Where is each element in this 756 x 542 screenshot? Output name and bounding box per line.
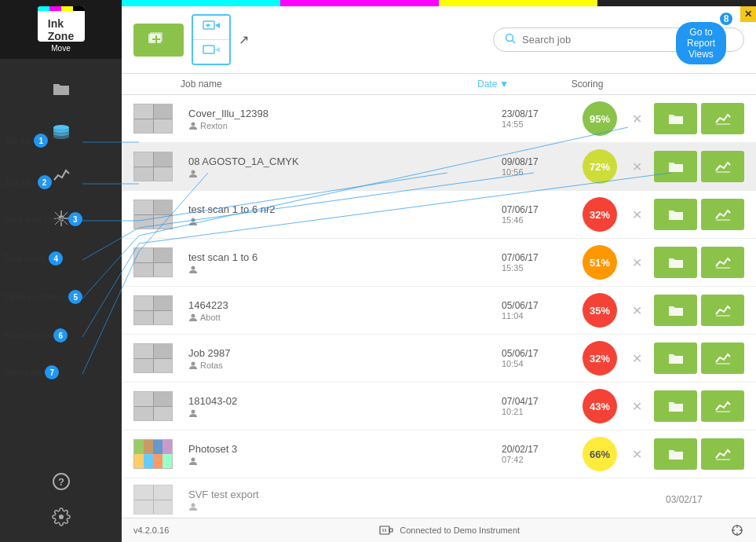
open-folder-button[interactable]: [654, 103, 697, 134]
table-row[interactable]: Cover_Illu_12398 Rexton 23/08/17 14:55 9…: [122, 95, 756, 143]
svg-rect-39: [389, 529, 393, 532]
folder-icon: [667, 303, 685, 317]
score-badge: 35%: [583, 293, 617, 328]
table-row[interactable]: test scan 1 to 6 07/06/17 15:35 51% ✕: [122, 239, 756, 287]
score-container: 51%: [580, 245, 627, 280]
open-folder-button[interactable]: [654, 151, 697, 182]
table-row[interactable]: Photoset 3 20/02/17 07:42 66% ✕: [122, 430, 756, 478]
job-thumbnail: [133, 439, 173, 469]
ink-magenta: [49, 6, 61, 11]
action-buttons: [654, 295, 744, 326]
delete-button[interactable]: ✕: [627, 112, 646, 126]
job-info: Job 2987 Rotas: [188, 347, 502, 370]
action-buttons: [654, 151, 744, 182]
show-chart-button[interactable]: [701, 342, 744, 374]
delete-button[interactable]: ✕: [627, 207, 646, 222]
svg-point-27: [192, 266, 195, 269]
show-chart-button[interactable]: [701, 438, 744, 470]
chart-icon: [714, 255, 732, 269]
report-views-button[interactable]: Go to Report Views: [676, 22, 726, 64]
table-row[interactable]: 1464223 Abott 05/06/17 11:04 35% ✕: [122, 287, 756, 335]
import-btn-top[interactable]: [193, 16, 229, 40]
svg-line-20: [513, 41, 516, 44]
delete-button[interactable]: ✕: [627, 447, 646, 462]
chart-icon: [714, 159, 732, 174]
main-content: ✕ 8 Go to Report Views: [122, 0, 756, 542]
sidebar-item-chart[interactable]: [0, 153, 122, 196]
action-buttons: [654, 438, 744, 470]
import-btn-bottom[interactable]: [193, 40, 229, 64]
show-chart-button[interactable]: [701, 199, 744, 230]
table-row[interactable]: test scan 1 to 6 nr2 07/06/17 15:46 32% …: [122, 191, 756, 239]
job-user: [188, 408, 502, 418]
add-job-button[interactable]: [133, 24, 184, 57]
svg-point-23: [192, 170, 195, 174]
ink-yellow: [61, 6, 73, 11]
chart-icon: [714, 112, 732, 126]
svg-text:?: ?: [58, 476, 64, 488]
score-badge: 66%: [583, 437, 617, 471]
job-thumbnail: [133, 104, 173, 134]
job-date: 07/06/17 15:35: [502, 252, 580, 273]
delete-button[interactable]: ✕: [627, 399, 646, 414]
sort-icon: ▼: [499, 79, 509, 90]
version-label: v4.2.0.16: [133, 526, 169, 535]
crosshair-icon: [730, 523, 744, 537]
table-row[interactable]: Job 2987 Rotas 05/06/17 10:54 32% ✕: [122, 335, 756, 383]
folder-icon: [667, 159, 685, 174]
delete-button[interactable]: ✕: [627, 255, 646, 270]
delete-button[interactable]: ✕: [627, 159, 646, 174]
table-row[interactable]: SVF test export 03/02/17: [122, 478, 756, 518]
show-chart-button[interactable]: [701, 295, 744, 326]
open-folder-button[interactable]: [654, 438, 697, 470]
col-score-header: Scoring: [556, 79, 619, 90]
show-chart-button[interactable]: [701, 247, 744, 278]
delete-button[interactable]: ✕: [627, 303, 646, 318]
show-chart-button[interactable]: [701, 103, 744, 134]
status-label: Connected to Demo Instrument: [400, 526, 520, 535]
add-job-icon: [148, 31, 165, 49]
delete-button[interactable]: ✕: [627, 351, 646, 366]
job-date: 23/08/17 14:55: [502, 108, 580, 129]
job-user: Rotas: [188, 361, 502, 370]
score-container: 32%: [580, 341, 627, 375]
show-chart-button[interactable]: [701, 390, 744, 422]
job-thumbnail: [133, 152, 173, 181]
job-thumbnail: [133, 247, 173, 277]
window-close-button[interactable]: ✕: [740, 6, 756, 22]
sidebar-item-settings[interactable]: [52, 499, 71, 534]
job-user: [188, 502, 666, 511]
import-btn-group: [192, 14, 231, 65]
open-folder-button[interactable]: [654, 390, 697, 422]
open-folder-button[interactable]: [654, 342, 697, 374]
show-chart-button[interactable]: [701, 151, 744, 182]
toolbar: ↗: [122, 6, 756, 74]
job-user: [188, 169, 502, 178]
job-name: Cover_Illu_12398: [188, 108, 502, 119]
score-badge: 32%: [583, 341, 617, 375]
open-folder-button[interactable]: [654, 247, 697, 278]
job-name: 181043-02: [188, 395, 502, 407]
magenta-bar: [280, 0, 439, 6]
folder-icon: [667, 255, 685, 269]
open-folder-button[interactable]: [654, 295, 697, 326]
sidebar-item-database[interactable]: [0, 110, 122, 153]
table-row[interactable]: 08 AGOSTO_1A_CMYK 09/08/17 10:56 72% ✕: [122, 143, 756, 191]
job-thumbnail: [133, 200, 173, 229]
table-header: Job name Date ▼ Scoring: [122, 74, 756, 95]
sidebar-item-compass[interactable]: [0, 196, 122, 240]
sidebar-item-help[interactable]: ?: [52, 463, 71, 499]
svg-point-33: [192, 409, 195, 413]
color-bar: [122, 0, 756, 6]
score-badge: 95%: [583, 101, 617, 136]
job-info: test scan 1 to 6 nr2: [188, 203, 502, 226]
open-folder-button[interactable]: [654, 199, 697, 230]
col-date-header[interactable]: Date ▼: [477, 79, 556, 90]
table-row[interactable]: 181043-02 07/04/17 10:21 43% ✕: [122, 383, 756, 430]
cyan-bar: [122, 0, 280, 6]
job-name: SVF test export: [188, 489, 666, 500]
svg-point-29: [192, 313, 195, 317]
job-info: Photoset 3: [188, 443, 502, 466]
job-user: Abott: [188, 313, 502, 322]
sidebar-item-folder[interactable]: [0, 67, 122, 110]
